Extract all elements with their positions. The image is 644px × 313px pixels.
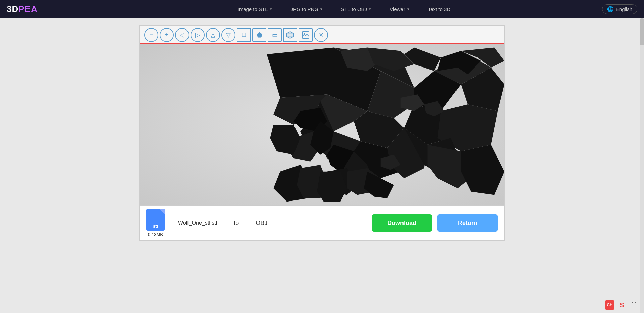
file-icon-wrapper: stl 0.13MB bbox=[146, 209, 165, 237]
s-icon[interactable]: S bbox=[617, 300, 627, 310]
bottom-right-icons: CH S ⛶ bbox=[605, 300, 639, 310]
file-name: Wolf_One_stl.stl bbox=[178, 220, 217, 226]
down-button[interactable]: ▽ bbox=[221, 28, 235, 42]
to-label: to bbox=[234, 220, 239, 227]
chevron-down-icon: ▾ bbox=[407, 7, 409, 11]
download-button[interactable]: Download bbox=[372, 214, 432, 232]
main-nav: Image to STL ▾ JPG to PNG ▾ STL to OBJ ▾… bbox=[51, 0, 637, 18]
viewer-panel: − + ◁ ▷ △ ▽ □ ⬟ ▭ ✕ bbox=[139, 25, 505, 206]
scrollbar-track[interactable] bbox=[640, 18, 644, 313]
zoom-out-button[interactable]: − bbox=[144, 28, 158, 42]
file-type-label: stl bbox=[153, 224, 158, 229]
chevron-down-icon: ▾ bbox=[320, 7, 322, 11]
nav-image-to-stl[interactable]: Image to STL ▾ bbox=[228, 0, 281, 18]
frame-button[interactable]: □ bbox=[237, 28, 251, 42]
expand-button[interactable]: ✕ bbox=[314, 28, 328, 42]
return-button[interactable]: Return bbox=[437, 214, 498, 232]
nav-jpg-to-png[interactable]: JPG to PNG ▾ bbox=[281, 0, 332, 18]
prev-button[interactable]: ◁ bbox=[175, 28, 189, 42]
header: 3DPEA Image to STL ▾ JPG to PNG ▾ STL to… bbox=[0, 0, 644, 18]
nav-stl-to-obj[interactable]: STL to OBJ ▾ bbox=[332, 0, 380, 18]
file-icon: stl bbox=[146, 209, 165, 231]
3d-view-button[interactable] bbox=[283, 28, 297, 42]
ch-icon[interactable]: CH bbox=[605, 300, 614, 310]
image-button[interactable] bbox=[299, 28, 313, 42]
expand-small-icon[interactable]: ⛶ bbox=[629, 300, 639, 310]
chevron-down-icon: ▾ bbox=[369, 7, 371, 11]
logo[interactable]: 3DPEA bbox=[7, 4, 38, 14]
3d-model-render bbox=[140, 44, 504, 205]
file-size: 0.13MB bbox=[148, 232, 163, 237]
file-info-bar: stl 0.13MB Wolf_One_stl.stl to OBJ Downl… bbox=[139, 206, 505, 241]
logo-3d: 3D bbox=[7, 4, 18, 14]
main-content: − + ◁ ▷ △ ▽ □ ⬟ ▭ ✕ bbox=[0, 18, 644, 313]
action-buttons: Download Return bbox=[372, 214, 498, 232]
language-selector[interactable]: 🌐 English bbox=[602, 4, 637, 14]
output-format: OBJ bbox=[256, 220, 267, 227]
viewer-toolbar: − + ◁ ▷ △ ▽ □ ⬟ ▭ ✕ bbox=[140, 26, 504, 44]
scrollbar-thumb[interactable] bbox=[640, 18, 644, 45]
wireframe-button[interactable]: ▭ bbox=[268, 28, 282, 42]
up-button[interactable]: △ bbox=[206, 28, 220, 42]
fill-button[interactable]: ⬟ bbox=[252, 28, 266, 42]
nav-viewer[interactable]: Viewer ▾ bbox=[380, 0, 419, 18]
logo-pea: PEA bbox=[18, 4, 37, 14]
3d-viewport[interactable] bbox=[140, 44, 504, 205]
next-button[interactable]: ▷ bbox=[191, 28, 205, 42]
nav-text-to-3d[interactable]: Text to 3D bbox=[419, 0, 460, 18]
globe-icon: 🌐 bbox=[607, 6, 614, 12]
chevron-down-icon: ▾ bbox=[270, 7, 272, 11]
language-label: English bbox=[616, 6, 632, 12]
zoom-in-button[interactable]: + bbox=[160, 28, 174, 42]
